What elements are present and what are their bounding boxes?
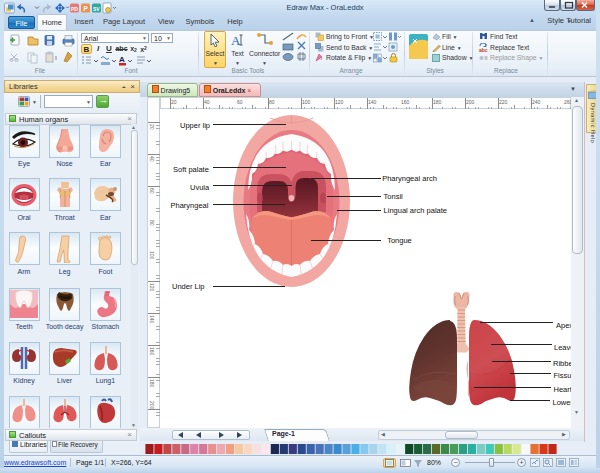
svg-text:PD: PD — [71, 6, 78, 12]
svg-text:SV: SV — [93, 6, 100, 12]
svg-text:A: A — [119, 55, 125, 64]
svg-text:abc: abc — [479, 47, 488, 52]
svg-text:P: P — [84, 5, 89, 12]
